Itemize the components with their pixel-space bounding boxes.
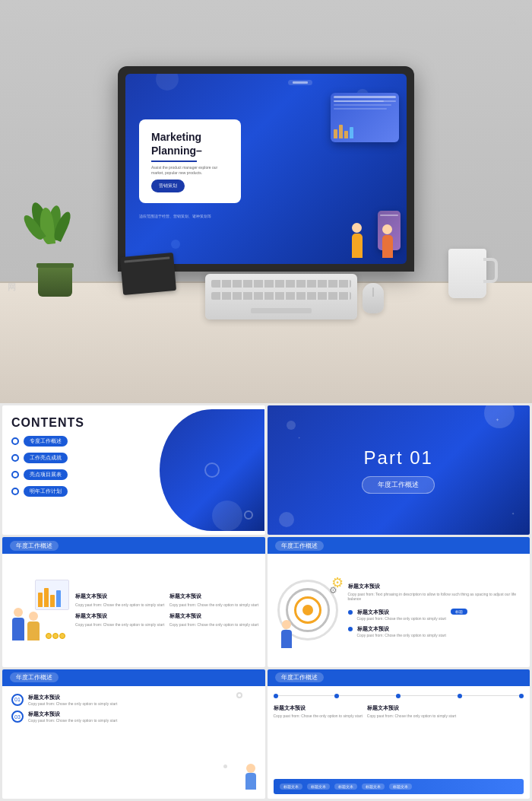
annual1-header: 年度工作概述 [2, 537, 265, 554]
monitor-screen-outer: Marketing Planning– Assist the product m… [118, 66, 414, 272]
annual4-header: 年度工作概述 [268, 669, 530, 686]
annual1-body: 标题文本预设 Copy past from: Chose the only op… [2, 554, 265, 666]
col2-text: Copy past from: Chose the only option to… [367, 714, 456, 719]
slide-main-title: Marketing [151, 130, 229, 144]
contents-circle-3 [11, 471, 19, 478]
desk-mug [448, 249, 486, 298]
annual2-main-title: 标题文本预设 [348, 583, 524, 590]
target-person-head [282, 620, 291, 629]
slide-main-content: Marketing Planning– Assist the product m… [125, 74, 407, 264]
slide5-person-body [245, 773, 256, 790]
star-deco-2: ✦ [511, 511, 515, 516]
annual2-header-text: 年度工作概述 [275, 541, 324, 551]
annual2-item2-title: 标题文本预设 [357, 625, 446, 633]
annual3-header-text: 年度工作概述 [10, 672, 59, 682]
target-ring-inner [294, 596, 321, 624]
annual2-content: 标题文本预设 Copy past from: Text phrasing in … [348, 583, 524, 638]
screen-line1 [334, 100, 396, 102]
slide-grid: CONTENTS 专度工作概述 工作亮点成就 亮点项目展表 明年工作计划 [0, 403, 532, 801]
keyboard [205, 274, 357, 319]
annual2-illus: ⚙ ⚙ [274, 576, 342, 644]
person-head-right [29, 612, 38, 621]
tab-1[interactable]: 标题文本 [280, 784, 302, 790]
part01-sublabel: 年度工作概述 [362, 476, 435, 494]
slide-cn-button[interactable]: 营销策划 [151, 180, 185, 192]
slide5-person-illus [245, 773, 256, 790]
annual4-col-2: 标题文本预设 Copy past from: Chose the only op… [367, 704, 456, 719]
step1-content: 标题文本预设 Copy past from: Chose the only op… [28, 694, 256, 707]
mouse [363, 283, 384, 313]
bar1 [334, 129, 337, 138]
deco-circle-b [244, 510, 253, 520]
card4-title: 标题文本预设 [169, 612, 259, 620]
desk-scene: Marketing Planning– Assist the product m… [0, 0, 532, 403]
annual4-col-1: 标题文本预设 Copy past from: Chose the only op… [274, 704, 363, 719]
slide-thumb-part01[interactable]: Part 01 年度工作概述 ✦ ✦ ✦ [268, 405, 530, 535]
tab-4[interactable]: 标题文本 [362, 784, 385, 790]
chart-bar-1 [38, 593, 43, 607]
bar3 [344, 131, 348, 138]
annual2-item-1: 标题文本预设 Copy past from: Chose the only op… [357, 609, 446, 621]
bar4 [350, 127, 353, 138]
slide-thumb-annual2[interactable]: 年度工作概述 ⚙ ⚙ 标题文本预设 [268, 537, 530, 666]
card2-body: Copy past from: Chose the only option to… [169, 602, 259, 608]
annual2-main-section: 标题文本预设 Copy past from: Text phrasing in … [348, 583, 524, 602]
annual2-item-2: 标题文本预设 Copy past from: Chose the only op… [357, 625, 446, 638]
person-body-left [12, 618, 24, 640]
gear-icon-small: ⚙ [329, 585, 337, 596]
slide-desc-text: Assist the product manager explore our m… [151, 165, 229, 176]
contents-title: CONTENTS [11, 416, 150, 430]
star-deco-1: ✦ [496, 417, 499, 422]
annual2-main-body: Copy past from: Text phrasing in descrip… [348, 592, 524, 602]
slide-divider [151, 161, 197, 162]
annual2-badge: 标题 [451, 609, 467, 615]
tab-5[interactable]: 标题文本 [389, 784, 412, 790]
illus-person-left [12, 618, 24, 640]
target-person-body [281, 630, 292, 648]
tl-dot-5 [519, 694, 524, 698]
slide-thumb-annual3[interactable]: 年度工作概述 01 标题文本预设 Copy past from: Chose t… [2, 669, 265, 799]
bubble-line [293, 81, 308, 84]
plant-leaves [27, 202, 84, 270]
tab-2[interactable]: 标题文本 [307, 784, 330, 790]
spacebar [251, 308, 312, 313]
bar2 [339, 125, 343, 138]
annual4-tabs-bar: 标题文本 标题文本 标题文本 标题文本 标题文本 [274, 779, 524, 794]
contents-chip-1: 专度工作概述 [24, 436, 68, 447]
chart-bar-2 [44, 588, 49, 608]
tl-line-1 [278, 695, 335, 696]
illus-screen-el [331, 93, 399, 142]
screen-line3 [334, 108, 387, 110]
annual1-grid: 标题文本预设 Copy past from: Chose the only op… [75, 593, 259, 628]
col2-title: 标题文本预设 [367, 704, 456, 712]
tl-line-2 [339, 695, 396, 696]
step2-title: 标题文本预设 [28, 710, 256, 718]
contents-item-1: 专度工作概述 [11, 436, 150, 447]
part01-content: Part 01 年度工作概述 [362, 447, 435, 494]
annual3-header: 年度工作概述 [2, 669, 265, 686]
annual1-illus [8, 580, 69, 640]
slide-thumb-annual4[interactable]: 年度工作概述 标题文本预设 Copy past from: Chose the … [268, 669, 530, 799]
slide-main-title2: Planning– [151, 144, 229, 157]
person-head-left [14, 608, 23, 617]
chart-bars-container [36, 580, 68, 609]
slide-thumb-annual1[interactable]: 年度工作概述 [2, 537, 265, 666]
annual4-body: 标题文本预设 Copy past from: Chose the only op… [268, 686, 530, 799]
part01-dot-3 [287, 421, 296, 430]
tab-3[interactable]: 标题文本 [334, 784, 357, 790]
monitor-screen: Marketing Planning– Assist the product m… [125, 74, 407, 264]
slide-white-card: Marketing Planning– Assist the product m… [139, 119, 241, 203]
annual2-item-2-row: 标题文本预设 Copy past from: Chose the only op… [348, 625, 524, 638]
annual1-header-text: 年度工作概述 [10, 541, 59, 551]
col1-text: Copy past from: Chose the only option to… [274, 714, 363, 719]
annual3-step-1: 01 标题文本预设 Copy past from: Chose the only… [11, 694, 256, 707]
annual2-body: ⚙ ⚙ 标题文本预设 Copy past from: Text phrasing… [268, 554, 530, 666]
slide-thumb-contents[interactable]: CONTENTS 专度工作概述 工作亮点成就 亮点项目展表 明年工作计划 [2, 405, 265, 535]
step1-num: 01 [11, 694, 24, 706]
annual2-item-1-row: 标题文本预设 Copy past from: Chose the only op… [348, 609, 524, 621]
illus-person-right [27, 621, 40, 640]
contents-circle-1 [11, 437, 19, 445]
col1-title: 标题文本预设 [274, 704, 363, 712]
tl-line-4 [462, 695, 519, 696]
pot-rim [36, 263, 74, 268]
